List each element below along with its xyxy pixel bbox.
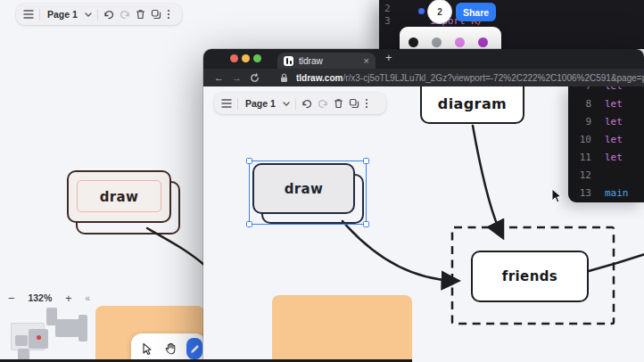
- code-line: 11let: [568, 148, 644, 166]
- bg-app-top-toolbar: Page 1: [16, 4, 182, 25]
- selection-handle-nw[interactable]: [246, 158, 252, 164]
- redo-icon[interactable]: [120, 10, 130, 20]
- duplicate-icon[interactable]: [151, 9, 161, 20]
- bg-connector-line[interactable]: [134, 221, 205, 267]
- color-swatch-violet[interactable]: [478, 37, 488, 47]
- code-line: 12: [568, 166, 644, 184]
- draw-shape-highlight: [77, 180, 161, 212]
- minimap-user-dot: [37, 335, 41, 340]
- undo-icon[interactable]: [103, 10, 114, 20]
- color-swatch-light-violet[interactable]: [455, 37, 465, 47]
- menu-icon[interactable]: [23, 10, 34, 19]
- code-line: 7let: [568, 86, 644, 95]
- mouse-cursor: [550, 188, 562, 204]
- browser-tab[interactable]: tldraw ×: [277, 53, 376, 69]
- color-swatch-grey[interactable]: [432, 37, 442, 47]
- selection-handle-sw[interactable]: [246, 221, 252, 227]
- forward-button[interactable]: →: [232, 72, 242, 83]
- maximize-window-button[interactable]: [253, 54, 261, 62]
- reload-icon[interactable]: [250, 73, 260, 83]
- selection-handle-se[interactable]: [363, 221, 369, 227]
- color-swatch-black[interactable]: [409, 37, 418, 47]
- browser-address-bar: ← → tldraw.com/r/x3-cj5oTL9LJLu7kl_2Gz?v…: [203, 69, 644, 86]
- bg-draw-shape-front[interactable]: draw: [67, 170, 171, 223]
- browser-window: tldraw × + ← → tldraw.com/r/x3-cj5oTL9LJ…: [203, 49, 644, 362]
- arrow-diagram-to-friends: [473, 126, 502, 236]
- code-line: 9let: [568, 112, 644, 130]
- page-selector[interactable]: Page 1: [45, 9, 79, 20]
- zoom-panel: − 132% + «: [4, 290, 95, 306]
- line-from-friends: [589, 254, 644, 271]
- gutter-line-number: 3: [384, 15, 391, 27]
- url-text[interactable]: tldraw.com/r/x3-cj5oTL9LJLu7kl_2Gz?viewp…: [296, 73, 644, 83]
- tldraw-favicon: [284, 56, 293, 66]
- lock-icon: [280, 73, 288, 83]
- share-button[interactable]: Share: [456, 3, 496, 21]
- tab-title: tldraw: [299, 56, 359, 66]
- browser-tldraw-canvas[interactable]: Page 1 diagram: [203, 86, 644, 362]
- friends-shape[interactable]: friends: [471, 251, 589, 302]
- divider: [39, 9, 40, 21]
- code-line: 10let: [568, 130, 644, 148]
- selection-handle-ne[interactable]: [363, 158, 369, 164]
- collaborator-avatar[interactable]: 2: [427, 0, 452, 24]
- tab-close-icon[interactable]: ×: [364, 55, 369, 66]
- close-window-button[interactable]: [230, 54, 238, 62]
- zoom-out-button[interactable]: −: [8, 292, 15, 305]
- minimize-window-button[interactable]: [242, 54, 250, 62]
- gutter-line-number: 2: [384, 3, 391, 14]
- color-style-panel: [400, 27, 501, 49]
- new-tab-button[interactable]: +: [385, 51, 392, 64]
- more-options-icon[interactable]: [167, 9, 170, 20]
- divider: [97, 9, 98, 21]
- friends-shape-label: friends: [502, 268, 557, 284]
- chevron-down-icon[interactable]: [85, 12, 92, 17]
- bg-app-tools-toolbar: [131, 333, 206, 362]
- code-line: 8let: [568, 95, 644, 112]
- back-button[interactable]: ←: [214, 72, 224, 83]
- arrow-draw-to-friends: [343, 221, 457, 281]
- code-editor-window: 2 3 import R/ 2 Share: [379, 0, 644, 49]
- collapse-minimap-button[interactable]: «: [85, 293, 90, 303]
- zoom-in-button[interactable]: +: [65, 292, 72, 305]
- selection-outline: [249, 160, 367, 225]
- trash-icon[interactable]: [136, 9, 145, 20]
- code-panel: 7let 8let 9let 10let 11let 12 13main: [568, 86, 644, 202]
- screen: Page 1 draw − 132% + «: [0, 0, 644, 362]
- browser-tab-bar: tldraw × +: [203, 49, 644, 69]
- select-tool[interactable]: [138, 338, 154, 359]
- draw-tool[interactable]: [186, 338, 202, 359]
- breakpoint-dot: [418, 8, 425, 14]
- zoom-level[interactable]: 132%: [28, 292, 52, 303]
- hand-tool[interactable]: [162, 338, 178, 359]
- code-line: 13main: [568, 184, 644, 202]
